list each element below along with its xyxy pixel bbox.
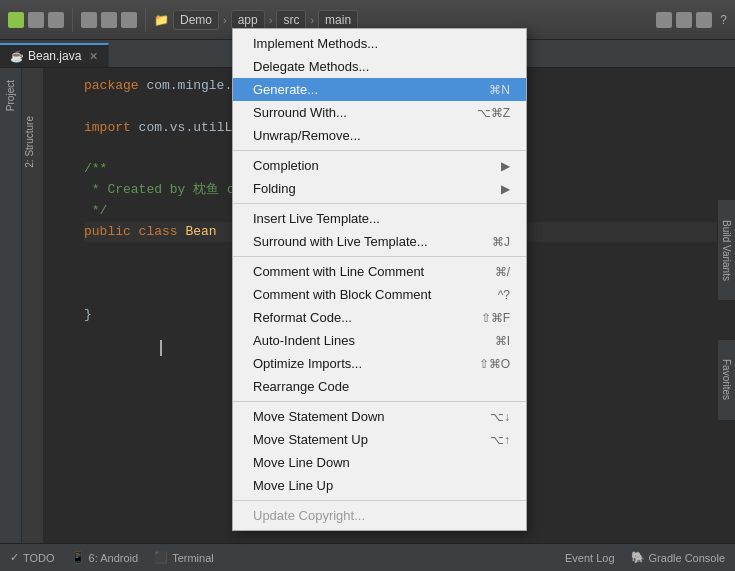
menu-item-auto-indent[interactable]: Auto-Indent Lines ⌘I — [233, 329, 526, 352]
close-tab-icon[interactable]: ✕ — [89, 50, 98, 63]
line-comment-shortcut: ⌘/ — [495, 265, 510, 279]
android-status-icon: 📱 — [71, 551, 85, 564]
todo-label: TODO — [23, 552, 55, 564]
menu-item-update-copyright[interactable]: Update Copyright... — [233, 504, 526, 527]
completion-label: Completion — [253, 158, 501, 173]
copy-icon[interactable] — [101, 12, 117, 28]
project-label[interactable]: Demo — [173, 10, 219, 30]
main-label[interactable]: main — [318, 10, 358, 30]
toolbar-separator-2 — [145, 8, 146, 32]
surround-with-shortcut: ⌥⌘Z — [477, 106, 510, 120]
gradle-status[interactable]: 🐘 Gradle Console — [631, 551, 725, 564]
block-comment-shortcut: ^? — [498, 288, 510, 302]
separator-5 — [233, 500, 526, 501]
breadcrumb-separator-3: › — [310, 14, 314, 26]
menu-item-insert-live-template[interactable]: Insert Live Template... — [233, 207, 526, 230]
menu-item-move-line-down[interactable]: Move Line Down — [233, 451, 526, 474]
event-log-label: Event Log — [565, 552, 615, 564]
settings-icon[interactable] — [696, 12, 712, 28]
move-line-up-label: Move Line Up — [253, 478, 490, 493]
tab-bean-java[interactable]: ☕ Bean.java ✕ — [0, 43, 109, 67]
update-copyright-label: Update Copyright... — [253, 508, 490, 523]
menu-item-completion[interactable]: Completion ▶ — [233, 154, 526, 177]
todo-icon: ✓ — [10, 551, 19, 564]
favorites-label: Favorites — [717, 355, 735, 404]
event-log-status[interactable]: Event Log — [565, 552, 615, 564]
help-icon[interactable]: ? — [720, 13, 727, 27]
tab-label: Bean.java — [28, 49, 81, 63]
insert-live-template-label: Insert Live Template... — [253, 211, 490, 226]
auto-indent-label: Auto-Indent Lines — [253, 333, 475, 348]
separator-3 — [233, 256, 526, 257]
separator-2 — [233, 203, 526, 204]
reformat-shortcut: ⇧⌘F — [481, 311, 510, 325]
generate-label: Generate... — [253, 82, 469, 97]
android-label: 6: Android — [89, 552, 139, 564]
move-line-down-label: Move Line Down — [253, 455, 490, 470]
debug-icon[interactable] — [676, 12, 692, 28]
cursor — [160, 340, 162, 356]
scissors-icon[interactable] — [81, 12, 97, 28]
app-label[interactable]: app — [231, 10, 265, 30]
menu-item-move-stmt-up[interactable]: Move Statement Up ⌥↑ — [233, 428, 526, 451]
terminal-status[interactable]: ⬛ Terminal — [154, 551, 214, 564]
undo-icon[interactable] — [28, 12, 44, 28]
menu-item-line-comment[interactable]: Comment with Line Comment ⌘/ — [233, 260, 526, 283]
reformat-label: Reformat Code... — [253, 310, 461, 325]
surround-with-label: Surround With... — [253, 105, 457, 120]
optimize-imports-shortcut: ⇧⌘O — [479, 357, 510, 371]
delegate-methods-label: Delegate Methods... — [253, 59, 490, 74]
favorites-panel[interactable]: Favorites — [717, 340, 735, 420]
redo-icon[interactable] — [48, 12, 64, 28]
menu-item-reformat[interactable]: Reformat Code... ⇧⌘F — [233, 306, 526, 329]
menu-item-surround-with[interactable]: Surround With... ⌥⌘Z — [233, 101, 526, 124]
folding-label: Folding — [253, 181, 501, 196]
menu-item-rearrange[interactable]: Rearrange Code — [233, 375, 526, 398]
block-comment-label: Comment with Block Comment — [253, 287, 478, 302]
separator-4 — [233, 401, 526, 402]
todo-status[interactable]: ✓ TODO — [10, 551, 55, 564]
build-variants-panel[interactable]: Build Variants — [717, 200, 735, 300]
status-bar: ✓ TODO 📱 6: Android ⬛ Terminal Event Log… — [0, 543, 735, 571]
move-stmt-down-label: Move Statement Down — [253, 409, 470, 424]
menu-item-move-line-up[interactable]: Move Line Up — [233, 474, 526, 497]
terminal-label: Terminal — [172, 552, 214, 564]
move-stmt-up-label: Move Statement Up — [253, 432, 470, 447]
favorites-text: Favorites — [721, 359, 732, 400]
breadcrumb-separator-2: › — [269, 14, 273, 26]
generate-shortcut: ⌘N — [489, 83, 510, 97]
separator-1 — [233, 150, 526, 151]
line-comment-label: Comment with Line Comment — [253, 264, 475, 279]
structure-tab-label: 2: Structure — [24, 116, 35, 168]
menu-item-unwrap[interactable]: Unwrap/Remove... — [233, 124, 526, 147]
build-variants-text: Build Variants — [721, 220, 732, 281]
breadcrumb-separator-1: › — [223, 14, 227, 26]
menu-item-optimize-imports[interactable]: Optimize Imports... ⇧⌘O — [233, 352, 526, 375]
menu-item-delegate-methods[interactable]: Delegate Methods... — [233, 55, 526, 78]
implement-methods-label: Implement Methods... — [253, 36, 490, 51]
terminal-icon: ⬛ — [154, 551, 168, 564]
optimize-imports-label: Optimize Imports... — [253, 356, 459, 371]
src-label[interactable]: src — [276, 10, 306, 30]
project-tab[interactable]: Project — [3, 72, 18, 119]
paste-icon[interactable] — [121, 12, 137, 28]
project-icon: 📁 — [154, 13, 169, 27]
android-icon — [8, 12, 24, 28]
android-status[interactable]: 📱 6: Android — [71, 551, 139, 564]
menu-item-implement-methods[interactable]: Implement Methods... — [233, 32, 526, 55]
menu-item-generate[interactable]: Generate... ⌘N — [233, 78, 526, 101]
move-stmt-up-shortcut: ⌥↑ — [490, 433, 510, 447]
menu-item-block-comment[interactable]: Comment with Block Comment ^? — [233, 283, 526, 306]
menu-item-surround-live-template[interactable]: Surround with Live Template... ⌘J — [233, 230, 526, 253]
rearrange-label: Rearrange Code — [253, 379, 490, 394]
menu-item-move-stmt-down[interactable]: Move Statement Down ⌥↓ — [233, 405, 526, 428]
surround-live-template-label: Surround with Live Template... — [253, 234, 472, 249]
menu-item-folding[interactable]: Folding ▶ — [233, 177, 526, 200]
structure-panel: 2: Structure — [22, 68, 44, 543]
unwrap-label: Unwrap/Remove... — [253, 128, 490, 143]
gradle-icon: 🐘 — [631, 551, 645, 564]
completion-arrow: ▶ — [501, 159, 510, 173]
run-icon[interactable] — [656, 12, 672, 28]
structure-tab[interactable]: 2: Structure — [22, 108, 37, 176]
java-file-icon: ☕ — [10, 50, 24, 63]
